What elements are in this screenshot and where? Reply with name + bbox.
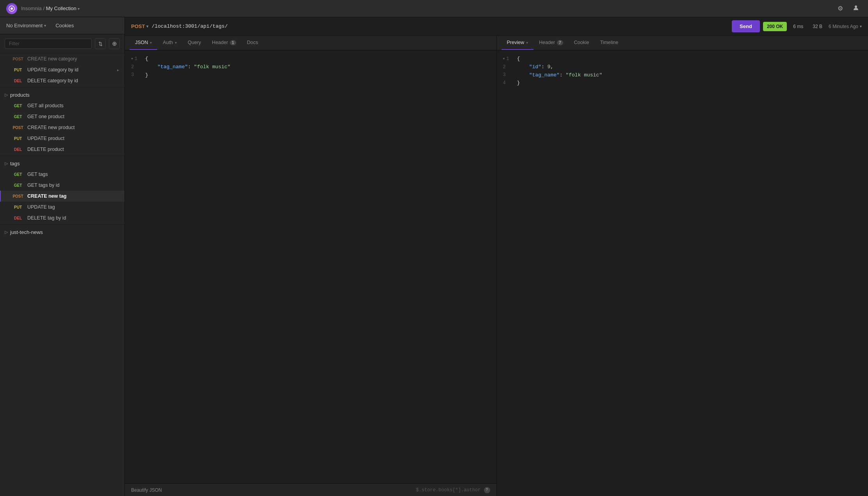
tab-cookie[interactable]: Cookie: [569, 36, 595, 50]
collection-arrow-icon[interactable]: ▾: [78, 7, 80, 11]
response-time: 6 ms: [790, 22, 806, 31]
list-item[interactable]: GET GET tags: [0, 169, 125, 180]
tab-badge: 7: [557, 40, 563, 45]
method-label: POST: [131, 23, 145, 29]
list-item[interactable]: PUT UPDATE product: [0, 133, 125, 144]
line-number: ▼1: [503, 55, 511, 63]
tab-json[interactable]: JSON ▾: [130, 36, 157, 50]
url-input[interactable]: [151, 23, 729, 29]
sort-button[interactable]: ⇅: [95, 38, 106, 49]
filter-input[interactable]: [5, 39, 92, 49]
item-label: GET all products: [27, 103, 64, 108]
line-number: 2: [503, 63, 511, 71]
topbar: Insomnia / My Collection ▾ ⚙: [0, 0, 868, 17]
tab-badge: 1: [230, 40, 236, 45]
app-logo: [6, 3, 17, 14]
split-panes: JSON ▾ Auth ▾ Query Header 1: [125, 36, 868, 496]
list-item[interactable]: DEL DELETE tag by id: [0, 213, 125, 223]
method-badge: POST: [12, 57, 24, 61]
tab-timeline[interactable]: Timeline: [594, 36, 624, 50]
code-content: {: [145, 55, 148, 63]
collapse-arrow-icon[interactable]: ▼: [503, 57, 505, 62]
list-item[interactable]: DEL DELETE category by id: [0, 75, 125, 86]
chevron-right-icon: ▸: [117, 68, 119, 72]
method-badge: GET: [12, 104, 24, 108]
line-number: 3: [503, 71, 511, 80]
list-item[interactable]: POST CREATE new category: [0, 53, 125, 64]
item-label: CREATE new category: [27, 56, 77, 62]
list-item[interactable]: GET GET all products: [0, 100, 125, 111]
tab-label: Preview: [507, 40, 524, 45]
tab-query[interactable]: Query: [182, 36, 206, 50]
sidebar-top: ⇅ ⊕: [0, 34, 125, 53]
group-label: tags: [10, 161, 20, 167]
tab-label: Docs: [247, 40, 258, 45]
item-label: DELETE category by id: [27, 78, 78, 83]
send-button[interactable]: Send: [732, 20, 760, 32]
list-item[interactable]: GET GET one product: [0, 111, 125, 122]
env-arrow-icon: ▾: [44, 23, 46, 28]
code-content: "tag_name": "folk music": [145, 63, 230, 71]
group-header-just-tech-news[interactable]: ▷ just-tech-news: [0, 225, 125, 237]
list-item[interactable]: GET GET tags by id: [0, 180, 125, 191]
method-badge: GET: [12, 115, 24, 119]
tab-auth[interactable]: Auth ▾: [157, 36, 182, 50]
chevron-down-icon: ▾: [150, 41, 152, 45]
sidebar-list: POST CREATE new category PUT UPDATE cate…: [0, 53, 125, 496]
app-separator: /: [43, 5, 44, 11]
cookies-button[interactable]: Cookies: [55, 23, 74, 28]
folder-icon: ▷: [5, 230, 8, 235]
code-line: ▼1 {: [131, 55, 490, 63]
list-item[interactable]: POST CREATE new product: [0, 122, 125, 133]
environment-dropdown[interactable]: No Environment ▾: [6, 23, 46, 28]
method-badge: POST: [12, 126, 24, 130]
tab-label: Query: [188, 40, 201, 45]
time-ago-arrow-icon: ▾: [860, 24, 862, 28]
tab-label: Timeline: [600, 40, 618, 45]
line-number: 2: [131, 63, 139, 71]
user-button[interactable]: [850, 3, 862, 14]
method-badge: POST: [12, 194, 24, 198]
method-dropdown[interactable]: POST ▾: [131, 23, 148, 29]
item-label: UPDATE category by id: [27, 67, 78, 73]
tab-label: Cookie: [574, 40, 589, 45]
url-bar: POST ▾ Send 200 OK 6 ms 32 B 6 Minutes A…: [125, 17, 868, 36]
env-bar: No Environment ▾ Cookies: [0, 17, 125, 34]
divider: [0, 224, 125, 225]
sort-icon: ⇅: [98, 41, 103, 47]
divider: [0, 87, 125, 87]
user-icon: [853, 5, 859, 12]
environment-label: No Environment: [6, 23, 43, 28]
tab-label: JSON: [135, 40, 148, 45]
list-item-active[interactable]: POST CREATE new tag: [0, 191, 125, 202]
request-body-editor[interactable]: ▼1 { 2 "tag_name": "folk music" 3 }: [125, 50, 496, 484]
tab-docs[interactable]: Docs: [242, 36, 263, 50]
tab-preview[interactable]: Preview ▾: [502, 36, 534, 50]
beautify-button[interactable]: Beautify JSON: [131, 487, 162, 493]
method-badge: PUT: [12, 205, 24, 209]
help-button[interactable]: ?: [484, 487, 490, 493]
list-item[interactable]: PUT UPDATE category by id ▸: [0, 64, 125, 75]
settings-button[interactable]: ⚙: [834, 3, 846, 14]
collection-name[interactable]: My Collection: [46, 5, 76, 11]
group-header-products[interactable]: ▷ products: [0, 88, 125, 100]
collapse-arrow-icon[interactable]: ▼: [131, 57, 133, 62]
line-number: 3: [131, 71, 139, 80]
group-header-tags[interactable]: ▷ tags: [0, 157, 125, 169]
item-label: CREATE new product: [27, 125, 75, 130]
list-item[interactable]: PUT UPDATE tag: [0, 202, 125, 213]
add-request-button[interactable]: ⊕: [109, 38, 120, 49]
gear-icon: ⚙: [838, 5, 843, 12]
method-badge: DEL: [12, 147, 24, 152]
sidebar: No Environment ▾ Cookies ⇅ ⊕ POST CREATE…: [0, 17, 125, 496]
code-line: 3 "tag_name": "folk music": [503, 71, 862, 80]
plus-icon: ⊕: [112, 40, 117, 47]
method-arrow-icon: ▾: [146, 24, 148, 28]
list-item[interactable]: DEL DELETE product: [0, 144, 125, 155]
time-ago-label: 6 Minutes Ago: [829, 24, 858, 29]
tab-header[interactable]: Header 1: [206, 36, 242, 50]
code-content: "tag_name": "folk music": [517, 71, 602, 80]
line-number: 4: [503, 79, 511, 87]
tab-response-header[interactable]: Header 7: [534, 36, 569, 50]
beautify-label: Beautify JSON: [131, 487, 162, 493]
